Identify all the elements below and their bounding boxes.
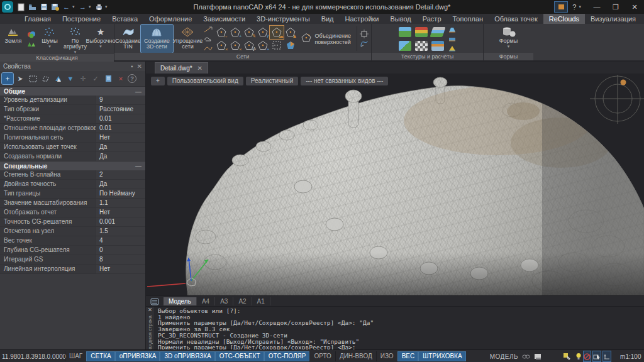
checker-texture-icon[interactable] — [415, 41, 428, 51]
cloud-mountain-icon[interactable] — [399, 27, 411, 37]
command-line-panel[interactable]: ✕ Командная строка Выбор объектов или [?… — [146, 306, 644, 350]
sketch-line-icon[interactable] — [203, 25, 214, 34]
property-row[interactable]: Уровень детализации 9 — [0, 96, 145, 105]
relief-colors-icon[interactable] — [415, 27, 428, 37]
image-texture-icon[interactable] — [399, 41, 411, 51]
elevation-toggle[interactable] — [602, 351, 611, 362]
viewport-3d[interactable]: +Пользовательский видРеалистичный--- нет… — [146, 74, 644, 295]
package-icon[interactable] — [554, 1, 568, 13]
property-row[interactable]: Отсчетов на узел 1.5 — [0, 227, 145, 236]
command-close-icon[interactable]: ✕ — [148, 307, 153, 313]
create-3d-mesh-button[interactable]: Создание 3D-сети — [141, 25, 172, 53]
mode-toggle-button[interactable]: ОТС-ОБЪЕКТ — [215, 351, 264, 361]
property-row[interactable]: Тип обрезки Расстояние — [0, 105, 145, 114]
mode-toggle-button[interactable]: ШТРИХОВКА — [418, 351, 465, 361]
property-row[interactable]: Создавать нормали Да — [0, 152, 145, 162]
mesh-bounds-icon[interactable] — [270, 39, 284, 52]
mesh-delete-icon[interactable]: × — [214, 39, 228, 52]
simplify-mesh-button[interactable]: Упрощение сети — [174, 25, 203, 53]
noise-button[interactable]: Шумы ▼ — [38, 25, 62, 54]
cursor-icon[interactable]: ➤ — [14, 73, 26, 84]
sketch-cloud-icon[interactable] — [203, 35, 214, 43]
undo-dropdown-icon[interactable]: ▾ — [72, 4, 77, 9]
new-file-icon[interactable] — [16, 2, 26, 13]
ribbon-tab[interactable]: Настройки — [340, 14, 385, 24]
mesh-edit-icon[interactable]: ✎ — [242, 26, 256, 39]
mesh-remove-face-icon[interactable]: × — [228, 39, 242, 52]
open-folder-icon[interactable] — [27, 2, 38, 13]
by-attribute-button[interactable]: По атрибуту ▼ — [62, 25, 88, 54]
document-tab[interactable]: Detail.dwg* ✕ — [155, 62, 208, 74]
check-icon[interactable]: ✓ — [90, 73, 101, 84]
tab-close-icon[interactable]: ✕ — [197, 65, 203, 72]
point-cloud-mesh[interactable] — [146, 74, 644, 295]
rgb-cloud-icon[interactable] — [26, 30, 37, 39]
undo-icon[interactable]: ← — [61, 2, 72, 13]
lightbulb-icon[interactable] — [575, 352, 582, 361]
mode-toggle-button[interactable]: ИЗО — [376, 351, 397, 361]
quick-select-icon[interactable] — [52, 73, 64, 84]
help-icon[interactable]: ? — [128, 74, 136, 83]
viewport-control-button[interactable]: Реалистичный — [246, 77, 298, 85]
shapes-button[interactable]: Формы ▼ — [497, 25, 521, 53]
property-row[interactable]: Глубина CG-решателя 0 — [0, 246, 145, 255]
mesh-color-icon[interactable] — [284, 39, 297, 52]
mesh-insert-icon[interactable]: + — [256, 39, 270, 52]
mesh-fill-icon[interactable]: ▲ — [284, 26, 297, 39]
minimize-button[interactable]: — — [587, 0, 606, 14]
property-row[interactable]: Степень B-сплайна 2 — [0, 170, 145, 180]
mode-toggle-button[interactable]: оПРИВЯЗКА — [115, 351, 160, 361]
ribbon-tab[interactable]: Визуализация — [585, 14, 641, 24]
ribbon-tab[interactable]: Вид — [316, 14, 340, 24]
select-similar-icon[interactable] — [563, 352, 572, 361]
save-icon[interactable] — [38, 2, 49, 13]
maximize-button[interactable]: ❐ — [606, 0, 625, 14]
annotation-scale[interactable]: m1:100 — [620, 353, 641, 360]
mesh-cloud-region-icon[interactable]: ☁ — [270, 26, 284, 39]
pyramid-calc-icon[interactable] — [447, 44, 458, 53]
ribbon-tab[interactable]: Построение — [57, 14, 106, 24]
ribbon-tab[interactable]: Облака точек — [489, 14, 543, 24]
property-row[interactable]: *Расстояние 0.01 — [0, 114, 145, 124]
volume-calc-icon[interactable] — [447, 25, 458, 34]
redo-icon[interactable]: → — [77, 2, 88, 13]
ribbon-tab[interactable]: Вставка — [106, 14, 143, 24]
mode-toggle-button[interactable]: ВЕС — [397, 351, 419, 361]
property-row[interactable]: Использовать цвет точек Да — [0, 143, 145, 152]
collapse-icon[interactable]: — — [135, 88, 142, 95]
property-row[interactable]: Значение масштабирования 1.1 — [0, 199, 145, 208]
viewport-control-button[interactable]: --- нет связанных видов --- — [301, 77, 388, 85]
mesh-add-icon[interactable]: + — [228, 26, 242, 39]
cursor-box-toggle[interactable] — [592, 351, 601, 362]
model-space-label[interactable]: МОДЕЛЬ — [490, 353, 518, 360]
earth-button[interactable]: Земля — [1, 25, 25, 54]
mode-toggle-button[interactable]: ДИН-ВВОД — [335, 351, 376, 361]
poly-select-icon[interactable] — [40, 73, 51, 84]
property-row[interactable]: Вес точек 4 — [0, 236, 145, 246]
ribbon-tab[interactable]: Оформление — [143, 14, 197, 24]
pin-icon[interactable]: ▪ — [131, 63, 133, 70]
ribbon-tab[interactable]: Вывод — [384, 14, 416, 24]
ribbon-tab[interactable]: Растр — [417, 14, 447, 24]
layout-tab[interactable]: A4 — [197, 297, 215, 305]
ribbon-tab[interactable]: ReClouds — [543, 14, 585, 24]
filter-icon[interactable]: ▼ — [65, 73, 76, 84]
mode-toggle-button[interactable]: ОРТО — [309, 351, 335, 361]
layout-tab[interactable]: Модель — [164, 297, 197, 305]
layout-tab[interactable]: A3 — [215, 297, 233, 305]
sheet-list-icon[interactable] — [148, 297, 161, 305]
mode-toggle-button[interactable]: ШАГ — [65, 351, 86, 361]
mode-toggle-button[interactable]: СЕТКА — [86, 351, 115, 361]
cube-axes-icon[interactable] — [358, 30, 370, 38]
sheet-icon[interactable] — [534, 352, 541, 361]
table-calc-icon[interactable] — [431, 41, 444, 51]
panel-close-icon[interactable]: ✕ — [137, 63, 142, 70]
ribbon-tab[interactable]: 3D-инструменты — [251, 14, 316, 24]
mode-toggle-button[interactable]: 3D оПРИВЯЗКА — [160, 351, 214, 361]
add-selection-icon[interactable]: + — [2, 73, 13, 84]
property-row[interactable]: Отношение площади островков 0.01 — [0, 124, 145, 133]
help-dropdown-icon[interactable]: ▾ — [579, 4, 587, 9]
property-row[interactable]: Линейная интерполяция Нет — [0, 265, 145, 274]
layers-iso-icon[interactable] — [430, 27, 445, 37]
property-row[interactable]: Двойная точность Да — [0, 180, 145, 189]
